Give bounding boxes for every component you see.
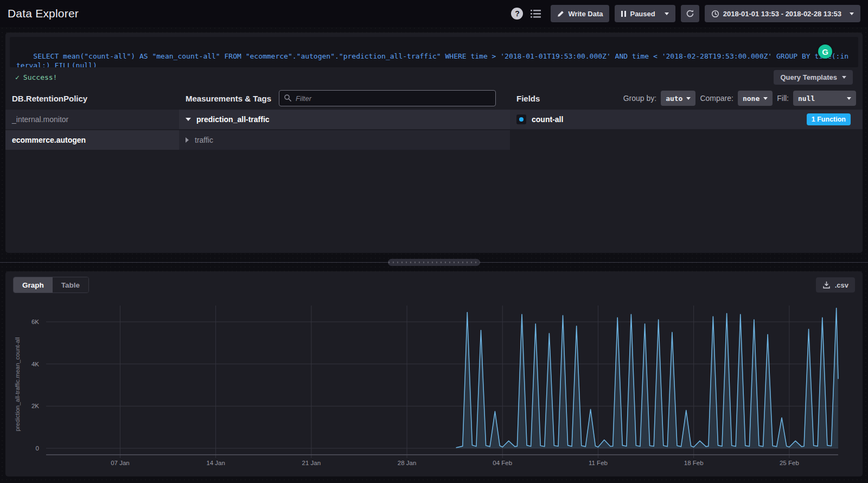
chart-x-tick-label: 21 Jan	[302, 460, 321, 466]
chevron-down-icon	[763, 97, 768, 100]
clock-icon	[711, 10, 719, 18]
database-item-ecommerce-autogen[interactable]: ecommerce.autogen	[5, 130, 179, 150]
chart-x-tick-label: 07 Jan	[111, 460, 130, 466]
group-by-value: auto	[666, 94, 682, 103]
chevron-down-icon	[186, 118, 191, 121]
results-panel: Graph Table .csv 02K4K6K07 Jan14 Jan21 J…	[5, 271, 863, 476]
autorefresh-dropdown[interactable]: Paused	[615, 5, 675, 22]
db-column-header: DB.RetentionPolicy	[12, 94, 87, 103]
top-nav-bar: Data Explorer ? Write Data Paused	[0, 0, 868, 27]
database-item-internal-monitor[interactable]: _internal.monitor	[5, 110, 179, 129]
chart-x-tick-label: 11 Feb	[589, 460, 608, 466]
help-button[interactable]: ?	[511, 8, 523, 20]
chart-x-tick-label: 18 Feb	[684, 460, 704, 466]
question-mark-icon: ?	[511, 8, 523, 20]
chart-y-tick-label: 4K	[31, 361, 39, 367]
database-name: _internal.monitor	[12, 115, 68, 124]
measurements-column: Measurements & Tags prediction_all-traff…	[179, 87, 510, 253]
csv-label: .csv	[835, 281, 848, 289]
write-data-label: Write Data	[568, 10, 603, 18]
chevron-right-icon	[186, 137, 189, 143]
compare-label: Compare:	[700, 94, 733, 103]
query-text: SELECT mean("count-all") AS "mean_count-…	[16, 52, 848, 68]
query-templates-dropdown[interactable]: Query Templates	[774, 70, 853, 85]
chart-x-tick-label: 14 Jan	[206, 460, 225, 466]
time-range-label: 2018-01-01 13:53 - 2018-02-28 13:53	[723, 10, 841, 18]
compare-dropdown[interactable]: none	[738, 91, 773, 106]
traffic-line-chart[interactable]: 02K4K6K07 Jan14 Jan21 Jan28 Jan04 Feb11 …	[5, 300, 863, 473]
page-title: Data Explorer	[8, 7, 79, 20]
schema-explorer: DB.RetentionPolicy _internal.monitor eco…	[5, 87, 863, 253]
refresh-icon	[686, 9, 694, 18]
query-status-bar: ✓ Success! Query Templates	[5, 67, 863, 87]
paused-label: Paused	[630, 10, 655, 18]
function-count-badge[interactable]: 1 Function	[807, 113, 851, 125]
query-status-text: Success!	[23, 73, 58, 81]
view-tabs: Graph Table	[13, 277, 89, 293]
fields-column-header: Fields	[516, 94, 540, 103]
query-controls: Group by: auto Compare: none Fill: null	[623, 91, 856, 106]
download-icon	[822, 281, 831, 289]
tab-table[interactable]: Table	[53, 277, 88, 293]
query-editor[interactable]: SELECT mean("count-all") AS "mean_count-…	[10, 37, 858, 67]
database-name: ecommerce.autogen	[12, 136, 86, 144]
compare-value: none	[743, 94, 760, 103]
results-header: Graph Table .csv	[13, 277, 855, 293]
log-viewer-button[interactable]	[531, 9, 541, 18]
filter-input[interactable]	[279, 90, 496, 106]
pencil-icon	[557, 10, 564, 17]
chart-y-tick-label: 6K	[31, 319, 39, 325]
measurement-name: traffic	[195, 136, 213, 144]
fields-column: Fields Group by: auto Compare: none Fill…	[510, 87, 863, 253]
time-range-dropdown[interactable]: 2018-01-01 13:53 - 2018-02-28 13:53	[705, 5, 860, 22]
write-data-button[interactable]: Write Data	[551, 5, 609, 22]
chevron-down-icon	[686, 97, 691, 100]
fill-dropdown[interactable]: null	[793, 91, 856, 106]
measurement-name: prediction_all-traffic	[196, 115, 270, 124]
chart-y-tick-label: 0	[36, 445, 39, 452]
group-by-dropdown[interactable]: auto	[661, 91, 695, 106]
measurement-item-prediction-all-traffic[interactable]: prediction_all-traffic	[179, 110, 510, 129]
chart-x-tick-label: 25 Feb	[780, 460, 799, 466]
download-csv-button[interactable]: .csv	[816, 277, 855, 293]
fill-value: null	[798, 94, 815, 103]
measurement-filter	[279, 90, 496, 106]
query-status: ✓ Success!	[15, 73, 57, 81]
search-icon	[284, 94, 292, 102]
chart-x-tick-label: 28 Jan	[398, 460, 417, 466]
query-builder-panel: SELECT mean("count-all") AS "mean_count-…	[5, 33, 863, 253]
field-name: count-all	[532, 115, 563, 124]
pause-icon	[621, 11, 626, 17]
chevron-down-icon	[847, 97, 851, 100]
database-column: DB.RetentionPolicy _internal.monitor eco…	[5, 87, 179, 253]
field-checkbox[interactable]	[516, 115, 526, 124]
chart-y-axis-label: prediction_all-traffic.mean_count-all	[14, 337, 21, 431]
chevron-down-icon	[842, 76, 846, 79]
grammarly-icon[interactable]: G	[818, 45, 832, 59]
selected-dot-icon	[519, 117, 524, 122]
panel-resize-handle[interactable]	[388, 259, 480, 266]
chevron-down-icon	[850, 12, 854, 15]
chart-area: 02K4K6K07 Jan14 Jan21 Jan28 Jan04 Feb11 …	[5, 300, 863, 473]
group-by-label: Group by:	[623, 94, 656, 103]
log-list-icon	[531, 9, 541, 18]
refresh-button[interactable]	[681, 5, 699, 22]
checkmark-icon: ✓	[15, 73, 20, 81]
chevron-down-icon	[665, 12, 669, 15]
measurements-column-header: Measurements & Tags	[186, 94, 271, 103]
fill-label: Fill:	[777, 94, 789, 103]
topbar-actions: ? Write Data Paused	[511, 5, 860, 22]
chart-x-tick-label: 04 Feb	[493, 460, 512, 466]
tab-graph[interactable]: Graph	[14, 277, 53, 293]
field-item-count-all[interactable]: count-all 1 Function	[510, 110, 863, 129]
query-templates-label: Query Templates	[780, 73, 837, 81]
measurement-item-traffic[interactable]: traffic	[179, 130, 510, 150]
chart-y-tick-label: 2K	[31, 403, 39, 409]
